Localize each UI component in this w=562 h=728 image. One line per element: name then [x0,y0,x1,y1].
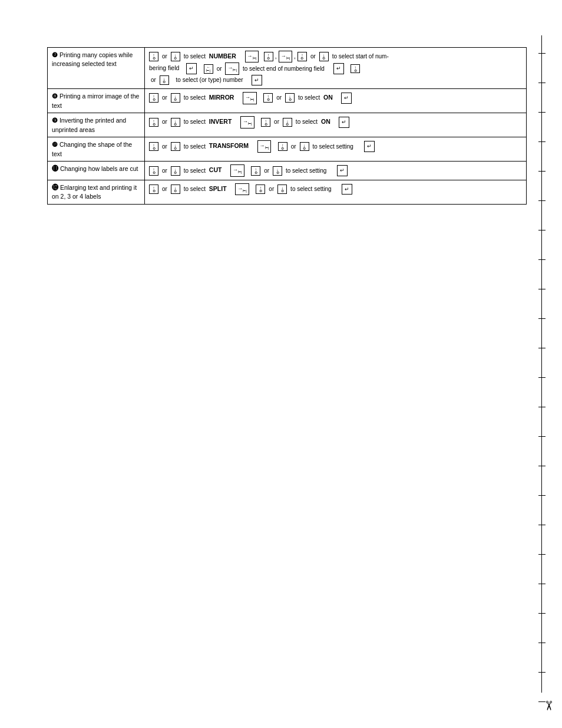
left-text-9: Inverting the printed and unprinted area… [52,117,126,133]
key-right-11: →⊢| [230,164,244,176]
tick-10 [538,318,546,319]
key-ud-1: ↑⚙ [149,52,158,61]
left-text-10: Changing the shape of the text [52,141,132,157]
tick-20 [538,613,546,614]
page-container: ✂ ❼ Printing many copies while increasin… [0,0,562,728]
left-cell-11: ⓫ Changing how labels are cut [48,162,145,180]
key-du-10b: ↓⚙ [300,142,309,151]
key-ud-2: ↑⚙ [264,52,273,61]
item-num-10: ❿ [52,141,58,148]
left-cell-12: ⓬ Enlarging text and printing it on 2, 3… [48,180,145,204]
label-NUMBER: NUMBER [209,52,236,60]
key-ud-4: ←⊢| [204,64,213,74]
label-INVERT: INVERT [209,118,232,125]
key-enter-12: ↵ [342,184,352,195]
key-enter-3: ↵ [252,75,262,85]
key-right-8: →⊢| [243,92,257,104]
right-cell-9: ↑⚙ or ↓⚙ to select INVERT →⊢| ↑⚙ or ↓⚙ t… [145,113,527,137]
key-right-2: →⊢| [279,51,293,62]
item-num-8: ❽ [52,93,58,100]
key-ud-9b: ↑⚙ [261,118,270,127]
tick-22 [538,672,546,673]
key-du-3: ↓⚙ [160,75,169,85]
left-cell-8: ❽ Printing a mirror image of the text [48,89,145,113]
key-enter-11: ↵ [337,165,348,176]
key-enter-2: ↵ [333,63,344,74]
tick-1 [538,53,546,54]
key-ud-12b: ↑⚙ [256,185,265,194]
right-cell-8: ↑⚙ or ↓⚙ to select MIRROR →⊢| ↑⚙ or ↓⚙ t… [145,89,527,113]
label-ON-8: ON [323,94,333,101]
tick-4 [538,141,546,142]
item-num-7: ❼ [52,51,58,58]
left-text-11: Changing how labels are cut [60,165,138,172]
item-num-9: ❾ [52,117,58,124]
key-right-12: →⊢| [235,183,249,195]
label-SPLIT: SPLIT [209,185,227,192]
table-row: ⓫ Changing how labels are cut ↑⚙ or ↓⚙ t… [48,162,527,180]
key-ud-8b: ↑⚙ [263,93,273,103]
key-right-9: →⊢| [240,116,254,128]
key-ud-9a: ↑⚙ [149,118,158,127]
key-ud-12a: ↑⚙ [149,185,158,194]
tick-13 [538,407,546,407]
item-num-12: ⓬ [52,184,58,191]
tick-5 [538,171,546,172]
tick-15 [538,466,546,466]
key-enter-8: ↵ [341,93,352,103]
key-du-11b: ↓⚙ [273,166,282,176]
tick-16 [538,495,546,496]
tick-21 [538,643,546,643]
left-cell-9: ❾ Inverting the printed and unprinted ar… [48,113,145,137]
key-du-2: ↓⚙ [319,52,329,61]
key-right-10: →⊢| [257,140,272,152]
bering-field-text: bering field [149,64,179,71]
table-row: ❾ Inverting the printed and unprinted ar… [48,113,527,137]
table-row: ❿ Changing the shape of the text ↑⚙ or ↓… [48,137,527,162]
tick-17 [538,525,546,525]
left-cell-10: ❿ Changing the shape of the text [48,137,145,162]
scissors-icon: ✂ [541,700,556,711]
label-MIRROR: MIRROR [209,94,234,101]
item-num-11: ⓫ [52,165,58,172]
key-du-9b: ↓⚙ [283,118,292,127]
tick-7 [538,230,546,230]
margin-vertical-line [541,35,542,693]
key-enter-1: ↵ [186,63,197,74]
key-du-12b: ↓⚙ [277,185,287,194]
right-cell-10: ↑⚙ or ↓⚙ to select TRANSFORM →⊢| ↑⚙ or ↓… [145,137,527,162]
key-du-1: ↓⚙ [171,52,180,61]
key-ud-11b: ↑⚙ [251,166,260,176]
tick-18 [538,554,546,555]
label-CUT: CUT [209,166,222,173]
key-du-10a: ↓⚙ [171,142,180,151]
label-ON-9: ON [321,118,330,125]
key-du-8b: ↓⚙ [285,93,295,103]
label-TRANSFORM: TRANSFORM [209,142,249,149]
table-row: ❽ Printing a mirror image of the text ↑⚙… [48,89,527,113]
key-du-12a: ↓⚙ [171,185,180,194]
key-du-8a: ↓⚙ [171,93,180,103]
tick-3 [538,112,546,113]
right-cell-7: ↑⚙ or ↓⚙ to select NUMBER →⊢| ↑⚙ , →⊢| ,… [145,48,527,89]
instruction-table: ❼ Printing many copies while increasing … [47,47,527,205]
table-row: ⓬ Enlarging text and printing it on 2, 3… [48,180,527,204]
key-ud-10b: ↑⚙ [278,142,287,151]
key-du-9a: ↓⚙ [171,118,180,127]
key-right-tab-1: →⊢| [245,51,259,62]
left-text-8: Printing a mirror image of the text [52,93,139,108]
tick-14 [538,436,546,437]
key-ud-3: ↑⚙ [297,52,307,61]
right-cell-11: ↑⚙ or ↓⚙ to select CUT →⊢| ↑⚙ or ↓⚙ to s… [145,162,527,180]
tick-9 [538,289,546,289]
left-text-7: Printing many copies while increasing se… [52,51,133,67]
tick-19 [538,584,546,584]
key-ud-5: ↑⚙ [351,64,360,74]
key-ud-8a: ↑⚙ [149,93,158,103]
key-ud-11a: ↑⚙ [149,166,158,176]
key-ud-10a: ↑⚙ [149,142,158,151]
table-row: ❼ Printing many copies while increasing … [48,48,527,89]
tick-8 [538,259,546,260]
key-enter-10: ↵ [364,141,375,151]
key-enter-9: ↵ [339,117,349,127]
